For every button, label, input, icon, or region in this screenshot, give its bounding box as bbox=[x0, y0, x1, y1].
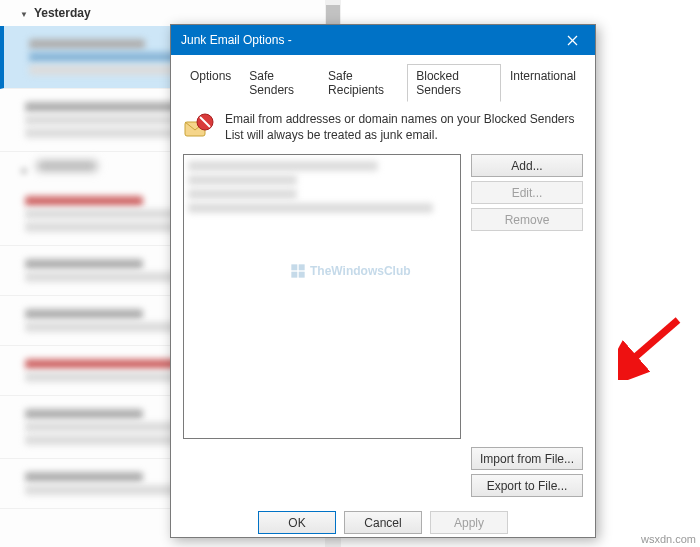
blocked-senders-listbox[interactable] bbox=[183, 154, 461, 439]
junk-email-options-dialog: Junk Email Options - Options Safe Sender… bbox=[170, 24, 596, 538]
apply-button[interactable]: Apply bbox=[430, 511, 508, 534]
svg-line-9 bbox=[626, 320, 678, 365]
import-from-file-button[interactable]: Import from File... bbox=[471, 447, 583, 470]
image-credit: wsxdn.com bbox=[641, 533, 696, 545]
tab-international[interactable]: International bbox=[501, 64, 585, 102]
cancel-button[interactable]: Cancel bbox=[344, 511, 422, 534]
close-icon bbox=[567, 35, 578, 46]
group-header-yesterday[interactable]: Yesterday bbox=[0, 0, 339, 26]
tab-strip: Options Safe Senders Safe Recipients Blo… bbox=[171, 55, 595, 102]
annotation-arrow-icon bbox=[618, 310, 688, 380]
add-button[interactable]: Add... bbox=[471, 154, 583, 177]
close-button[interactable] bbox=[550, 25, 595, 55]
tab-safe-recipients[interactable]: Safe Recipients bbox=[319, 64, 407, 102]
export-to-file-button[interactable]: Export to File... bbox=[471, 474, 583, 497]
edit-button[interactable]: Edit... bbox=[471, 181, 583, 204]
tab-safe-senders[interactable]: Safe Senders bbox=[240, 64, 319, 102]
ok-button[interactable]: OK bbox=[258, 511, 336, 534]
junk-mail-icon bbox=[183, 112, 215, 144]
dialog-title: Junk Email Options - bbox=[181, 33, 550, 47]
remove-button[interactable]: Remove bbox=[471, 208, 583, 231]
tab-blocked-senders[interactable]: Blocked Senders bbox=[407, 64, 501, 102]
titlebar: Junk Email Options - bbox=[171, 25, 595, 55]
dialog-action-buttons: OK Cancel Apply bbox=[171, 497, 595, 547]
tab-content: Email from addresses or domain names on … bbox=[171, 102, 595, 497]
description-text: Email from addresses or domain names on … bbox=[225, 112, 583, 144]
tab-options[interactable]: Options bbox=[181, 64, 240, 102]
